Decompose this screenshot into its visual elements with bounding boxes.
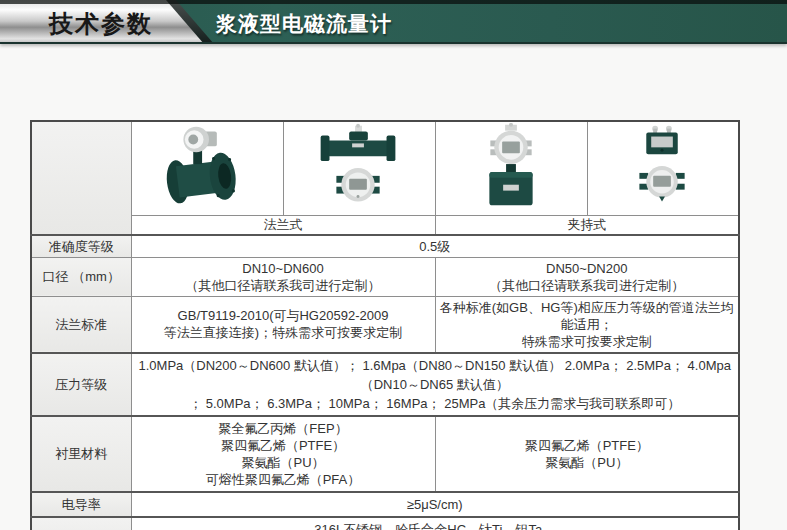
accuracy-label: 准确度等级: [31, 235, 131, 258]
lining-flange-item: 聚全氟乙丙烯（FEP）: [136, 420, 431, 437]
flange-standard-clamp-line1: 各种标准(如GB、HG等)相应压力等级的管道法兰均能适用；: [440, 299, 735, 333]
flowmeter-clamp-top-icon: [604, 123, 722, 213]
page-title: 浆液型电磁流量计: [216, 0, 392, 44]
lining-flange-item: 可熔性聚四氟乙烯（PFA）: [136, 471, 431, 488]
diameter-flange-value: DN10~DN600 （其他口径请联系我司进行定制）: [131, 257, 435, 296]
pressure-label: 压力等级: [31, 353, 131, 416]
pressure-line1: 1.0MPa（DN200～DN600 默认值）； 1.6Mpa（DN80～DN1…: [136, 356, 735, 394]
diameter-clamp-note: （其他口径请联系我司进行定制）: [440, 277, 735, 294]
diameter-label: 口径 （mm）: [31, 257, 131, 296]
flange-meter-pipe-and-display-image: [283, 121, 435, 215]
flange-standard-clamp-value: 各种标准(如GB、HG等)相应压力等级的管道法兰均能适用； 特殊需求可按要求定制: [435, 296, 739, 353]
electrode-label: 电极材料: [31, 517, 131, 530]
flange-standard-label: 法兰标准: [31, 296, 131, 353]
table-row-electrode: 电极材料 316L不锈钢，哈氏合金HC，钛Ti，钽Ta， 碳化钨WC，铂铱合金P…: [31, 517, 739, 530]
electrode-value: 316L不锈钢，哈氏合金HC，钛Ti，钽Ta， 碳化钨WC，铂铱合金Pt: [131, 517, 739, 530]
lining-flange-value: 聚全氟乙丙烯（FEP） 聚四氟乙烯（PTFE） 聚氨酯（PU） 可熔性聚四氟乙烯…: [131, 416, 435, 492]
page-header-banner: 技术参数 浆液型电磁流量计: [0, 0, 787, 44]
conductivity-value: ≥5μS/cm): [131, 492, 739, 517]
images-row-label-cell: [31, 121, 131, 235]
table-row-accuracy: 准确度等级 0.5级: [31, 235, 739, 258]
electrode-line1: 316L不锈钢，哈氏合金HC，钛Ti，钽Ta，: [136, 521, 735, 530]
clamp-meter-compact-and-display-image: [587, 121, 739, 215]
lining-clamp-item: 聚四氟乙烯（PTFE）: [440, 437, 735, 454]
mount-type-clamp: 夹持式: [435, 215, 739, 235]
diameter-flange-range: DN10~DN600: [136, 260, 431, 277]
flange-standard-clamp-line2: 特殊需求可按要求定制: [440, 333, 735, 350]
diameter-clamp-range: DN50~DN200: [440, 260, 735, 277]
lining-flange-item: 聚氨酯（PU）: [136, 454, 431, 471]
diameter-flange-note: （其他口径请联系我司进行定制）: [136, 277, 431, 294]
table-row-pressure: 压力等级 1.0MPa（DN200～DN600 默认值）； 1.6Mpa（DN8…: [31, 353, 739, 416]
flange-standard-flange-value: GB/T9119-2010(可与HG20592-2009 等法兰直接连接)；特殊…: [131, 296, 435, 353]
spec-table: 法兰式 夹持式 准确度等级 0.5级 口径 （mm） DN10~DN600 （其…: [30, 120, 740, 530]
flowmeter-flange-angled-icon: [148, 123, 266, 213]
flange-standard-flange-line2: 等法兰直接连接)；特殊需求可按要求定制: [136, 324, 431, 341]
pressure-value: 1.0MPa（DN200～DN600 默认值）； 1.6Mpa（DN80～DN1…: [131, 353, 739, 416]
table-row-flange-standard: 法兰标准 GB/T9119-2010(可与HG20592-2009 等法兰直接连…: [31, 296, 739, 353]
lining-label: 衬里材料: [31, 416, 131, 492]
flowmeter-clamp-front-icon: [452, 123, 570, 213]
table-row-lining: 衬里材料 聚全氟乙丙烯（FEP） 聚四氟乙烯（PTFE） 聚氨酯（PU） 可熔性…: [31, 416, 739, 492]
table-row-mount-types: 法兰式 夹持式: [31, 215, 739, 235]
pressure-line2: ； 5.0MPa； 6.3MPa； 10MPa； 16MPa； 25MPa（其余…: [136, 394, 735, 413]
lining-clamp-value: 聚四氟乙烯（PTFE） 聚氨酯（PU）: [435, 416, 739, 492]
lining-clamp-item: 聚氨酯（PU）: [440, 454, 735, 471]
table-row-conductivity: 电导率 ≥5μS/cm): [31, 492, 739, 517]
flange-meter-angled-view-image: [131, 121, 283, 215]
mount-type-flange: 法兰式: [131, 215, 435, 235]
table-row-diameter: 口径 （mm） DN10~DN600 （其他口径请联系我司进行定制） DN50~…: [31, 257, 739, 296]
flowmeter-flange-top-icon: [300, 123, 418, 213]
table-row-images: [31, 121, 739, 215]
clamp-meter-front-view-image: [435, 121, 587, 215]
accuracy-value: 0.5级: [131, 235, 739, 258]
lining-flange-item: 聚四氟乙烯（PTFE）: [136, 437, 431, 454]
diameter-clamp-value: DN50~DN200 （其他口径请联系我司进行定制）: [435, 257, 739, 296]
section-title: 技术参数: [36, 0, 166, 44]
conductivity-label: 电导率: [31, 492, 131, 517]
flange-standard-flange-line1: GB/T9119-2010(可与HG20592-2009: [136, 307, 431, 324]
